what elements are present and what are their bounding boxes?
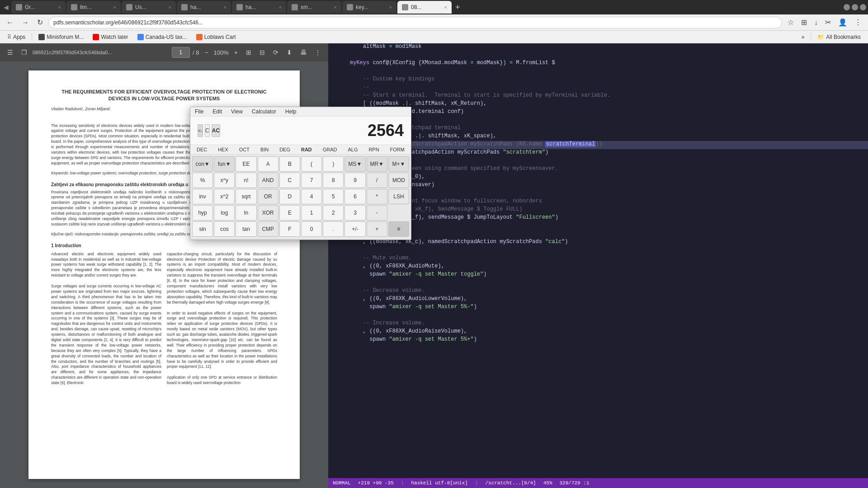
pdf-zoom-in-button[interactable]: + <box>231 47 241 57</box>
tab-2-close[interactable]: × <box>113 5 116 10</box>
close-window-button[interactable] <box>860 4 866 10</box>
tab-2[interactable]: lim... × <box>66 1 121 14</box>
tab-5[interactable]: ha... × <box>232 1 286 14</box>
calc-btn-b[interactable]: B <box>279 156 300 172</box>
calc-btn-ln[interactable]: ln <box>236 205 256 221</box>
calc-btn-xsq[interactable]: x^2 <box>214 189 235 204</box>
calc-btn-1[interactable]: 1 <box>301 205 322 221</box>
tab-6[interactable]: xm... × <box>287 1 341 14</box>
calc-btn-f-hex[interactable]: F <box>279 221 300 237</box>
calc-btn-xor[interactable]: XOR <box>258 205 278 221</box>
tab-8[interactable]: 08... × <box>397 1 452 14</box>
calc-btn-subtract[interactable]: - <box>367 205 387 221</box>
calc-mode-bin[interactable]: BIN <box>257 146 272 153</box>
calc-btn-fun[interactable]: fun▼ <box>214 156 235 172</box>
calc-btn-d-hex[interactable]: D <box>279 189 300 204</box>
pdf-page-view-button[interactable]: ⊟ <box>257 47 268 57</box>
calc-mode-rad[interactable]: RAD <box>297 146 316 153</box>
calc-btn-percent[interactable]: % <box>192 173 213 188</box>
calc-btn-5[interactable]: 5 <box>323 189 344 204</box>
calc-menu-edit[interactable]: Edit <box>208 107 226 116</box>
pdf-more-button[interactable]: ⋮ <box>312 47 324 57</box>
calc-btn-e-hex[interactable]: E <box>279 205 300 221</box>
save-page-button[interactable]: ↓ <box>811 17 821 28</box>
pdf-menu-button[interactable]: ☰ <box>5 47 16 57</box>
calc-clear-button[interactable]: C <box>205 124 210 137</box>
calc-mode-grad[interactable]: GRAD <box>319 146 341 153</box>
pdf-zoom-out-button[interactable]: − <box>202 47 211 57</box>
calc-btn-0[interactable]: 0 <box>301 221 322 237</box>
calc-btn-hyp[interactable]: hyp <box>192 205 213 221</box>
pdf-print-button[interactable]: 🖶 <box>297 47 309 57</box>
calc-btn-tan[interactable]: tan <box>236 221 256 237</box>
calc-btn-7[interactable]: 7 <box>301 173 322 188</box>
tab-6-close[interactable]: × <box>334 5 337 10</box>
calc-mode-alg[interactable]: ALG <box>344 146 361 153</box>
calc-btn-3[interactable]: 3 <box>344 205 365 221</box>
calc-mode-rpn[interactable]: RPN <box>365 146 382 153</box>
calc-backspace-button[interactable]: <- <box>198 124 203 137</box>
tab-5-close[interactable]: × <box>279 5 282 10</box>
calc-mode-oct[interactable]: OCT <box>236 146 253 153</box>
calc-menu-view[interactable]: View <box>226 107 247 116</box>
calc-mode-form[interactable]: FORM <box>387 146 408 153</box>
pdf-fit-page-button[interactable]: ⊞ <box>243 47 254 57</box>
calc-menu-help[interactable]: Help <box>281 107 301 116</box>
calc-btn-add[interactable]: + <box>367 221 387 237</box>
calc-mode-dec[interactable]: DEC <box>193 146 211 153</box>
calc-btn-2[interactable]: 2 <box>323 205 344 221</box>
calc-btn-mod[interactable]: MOD <box>388 173 409 188</box>
calc-btn-divide[interactable]: / <box>367 173 387 188</box>
calc-btn-a[interactable]: A <box>258 156 278 172</box>
calc-btn-equals[interactable]: = <box>388 221 409 237</box>
calc-btn-c-hex[interactable]: C <box>279 173 300 188</box>
new-tab-button[interactable]: + <box>453 3 463 12</box>
bookmark-more[interactable]: » <box>798 33 808 41</box>
calc-btn-cos[interactable]: cos <box>214 221 235 237</box>
pdf-download-button[interactable]: ⬇ <box>284 47 295 57</box>
calc-btn-or[interactable]: OR <box>258 189 278 204</box>
calc-btn-mr[interactable]: MR▼ <box>367 156 387 172</box>
calc-btn-ee[interactable]: EE <box>236 156 256 172</box>
calc-btn-log[interactable]: log <box>214 205 235 221</box>
calc-btn-and[interactable]: AND <box>258 173 278 188</box>
calc-mode-deg[interactable]: DEG <box>276 146 294 153</box>
calc-btn-cmp[interactable]: CMP <box>258 221 278 237</box>
maximize-button[interactable] <box>852 4 858 10</box>
calc-btn-4[interactable]: 4 <box>301 189 322 204</box>
tab-nav-back[interactable]: ◀ <box>2 4 10 11</box>
calc-btn-lsh[interactable]: LSH <box>388 189 409 204</box>
bookmark-canada-us[interactable]: Canada-US tax... <box>134 33 191 41</box>
calc-btn-ms[interactable]: MS▼ <box>344 156 365 172</box>
tab-7[interactable]: key... × <box>342 1 396 14</box>
calc-btn-con[interactable]: con▼ <box>192 156 213 172</box>
calc-btn-mplus[interactable]: M+▼ <box>388 156 409 172</box>
reader-mode-button[interactable]: ⊞ <box>798 17 810 28</box>
calc-btn-9[interactable]: 9 <box>344 173 365 188</box>
tab-7-close[interactable]: × <box>389 5 392 10</box>
tab-1[interactable]: Gr... × <box>11 1 66 14</box>
calc-allclear-button[interactable]: AC <box>212 124 220 137</box>
tab-3-close[interactable]: × <box>169 5 171 10</box>
bookmark-loblaws[interactable]: Loblaws Cart <box>193 33 240 41</box>
bookmark-watch-later[interactable]: Watch later <box>89 33 132 41</box>
back-button[interactable]: ← <box>4 18 16 28</box>
calc-btn-sqrt[interactable]: sqrt <box>236 189 256 204</box>
calc-btn-sin[interactable]: sin <box>192 221 213 237</box>
bookmark-all-bookmarks[interactable]: 📁 All Bookmarks <box>814 33 864 41</box>
calc-mode-hex[interactable]: HEX <box>214 146 232 153</box>
calc-btn-factorial[interactable]: n! <box>236 173 256 188</box>
tab-3[interactable]: Us... × <box>122 1 176 14</box>
calc-btn-xpowy[interactable]: x^y <box>214 173 235 188</box>
profile-button[interactable]: 👤 <box>835 17 850 28</box>
tab-4[interactable]: ha... × <box>177 1 231 14</box>
reload-button[interactable]: ↻ <box>34 17 46 28</box>
calc-btn-inv[interactable]: inv <box>192 189 213 204</box>
bookmark-star-button[interactable]: ☆ <box>785 17 797 28</box>
tab-1-close[interactable]: × <box>58 5 61 10</box>
calc-menu-file[interactable]: File <box>190 107 208 116</box>
calc-btn-decimal[interactable]: . <box>323 221 344 237</box>
tab-8-close[interactable]: × <box>444 5 447 10</box>
calc-btn-negate[interactable]: +/- <box>344 221 365 237</box>
calc-btn-close-paren[interactable]: ) <box>323 156 344 172</box>
